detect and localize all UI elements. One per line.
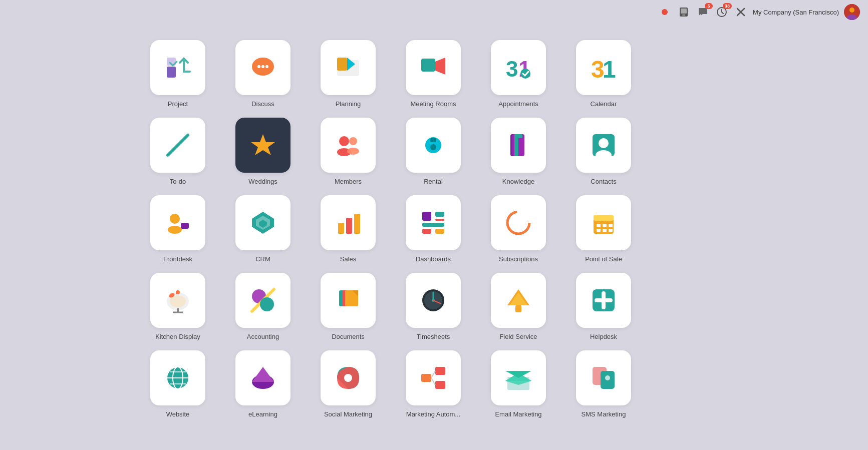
app-label-discuss: Discuss	[251, 100, 274, 108]
app-icon-field-service	[491, 273, 546, 328]
svg-rect-17	[337, 58, 347, 71]
svg-rect-101	[421, 374, 431, 382]
app-label-planning: Planning	[336, 100, 361, 108]
app-item-email-marketing[interactable]: Email Marketing	[481, 350, 556, 418]
svg-line-105	[431, 378, 435, 385]
app-label-social-marketing: Social Marketing	[324, 410, 372, 418]
app-label-sms-marketing: SMS Marketing	[582, 410, 626, 418]
app-item-elearning[interactable]: eLearning	[225, 350, 301, 418]
svg-text:1: 1	[603, 56, 616, 83]
app-item-accounting[interactable]: Accounting	[225, 273, 301, 340]
svg-rect-62	[609, 224, 613, 227]
svg-rect-86	[515, 305, 521, 312]
app-icon-calendar: 3 1	[576, 40, 631, 95]
app-icon-email-marketing	[491, 350, 546, 405]
svg-rect-61	[603, 224, 607, 227]
app-item-point-of-sale[interactable]: Point of Sale	[566, 195, 641, 263]
app-item-knowledge[interactable]: Knowledge	[481, 118, 556, 185]
app-item-planning[interactable]: Planning	[311, 40, 386, 108]
app-item-appointments[interactable]: 3 1 Appointments	[481, 40, 556, 108]
app-item-rental[interactable]: Rental	[396, 118, 471, 185]
app-icon-timesheets	[406, 273, 461, 328]
svg-marker-27	[251, 134, 275, 155]
company-name[interactable]: My Company (San Francisco)	[753, 9, 839, 16]
app-label-website: Website	[166, 410, 190, 418]
app-icon-rental	[406, 118, 461, 173]
app-item-documents[interactable]: Documents	[311, 273, 386, 340]
app-item-kitchen-display[interactable]: Kitchen Display	[140, 273, 215, 340]
svg-text:3: 3	[506, 57, 518, 81]
svg-point-40	[599, 138, 609, 148]
app-label-timesheets: Timesheets	[417, 333, 450, 340]
app-item-website[interactable]: Website	[140, 350, 215, 418]
app-label-email-marketing: Email Marketing	[495, 410, 541, 418]
app-item-contacts[interactable]: Contacts	[566, 118, 641, 185]
svg-point-30	[349, 137, 357, 145]
app-icon-subscriptions	[491, 195, 546, 250]
app-item-subscriptions[interactable]: Subscriptions	[481, 195, 556, 263]
app-item-field-service[interactable]: Field Service	[481, 273, 556, 340]
svg-rect-51	[422, 212, 431, 221]
svg-point-14	[261, 65, 264, 68]
app-item-members[interactable]: Members	[311, 118, 386, 185]
app-item-dashboards[interactable]: Dashboards	[396, 195, 471, 263]
app-item-weddings[interactable]: Weddings	[225, 118, 301, 185]
app-label-kitchen-display: Kitchen Display	[155, 333, 200, 340]
clock-icon[interactable]: 33	[715, 5, 729, 19]
app-item-discuss[interactable]: Discuss	[225, 40, 301, 108]
app-label-documents: Documents	[332, 333, 365, 340]
app-label-crm: CRM	[255, 255, 270, 263]
app-item-todo[interactable]: To-do	[140, 118, 215, 185]
app-icon-website	[150, 350, 205, 405]
svg-point-8	[849, 8, 854, 13]
svg-point-112	[605, 375, 610, 380]
app-label-project: Project	[168, 100, 188, 108]
svg-point-43	[168, 226, 182, 234]
svg-rect-10	[167, 67, 176, 78]
svg-rect-63	[597, 229, 601, 232]
app-icon-contacts	[576, 118, 631, 173]
app-item-meeting-rooms[interactable]: Meeting Rooms	[396, 40, 471, 108]
svg-point-69	[176, 290, 180, 294]
app-item-frontdesk[interactable]: Frontdesk	[140, 195, 215, 263]
user-avatar[interactable]	[844, 4, 860, 20]
phone-icon[interactable]	[677, 5, 691, 19]
app-label-appointments: Appointments	[498, 100, 538, 108]
svg-point-13	[257, 65, 260, 68]
app-item-marketing-autom[interactable]: Marketing Autom...	[396, 350, 471, 418]
app-label-subscriptions: Subscriptions	[499, 255, 538, 263]
app-icon-social-marketing	[321, 350, 376, 405]
app-icon-documents	[321, 273, 376, 328]
app-item-sales[interactable]: Sales	[311, 195, 386, 263]
svg-rect-53	[435, 219, 444, 221]
svg-marker-109	[505, 371, 531, 378]
app-item-calendar[interactable]: 3 1 Calendar	[566, 40, 641, 108]
svg-rect-54	[422, 223, 444, 227]
svg-point-41	[596, 150, 612, 160]
app-icon-marketing-autom	[406, 350, 461, 405]
svg-rect-48	[338, 223, 344, 234]
svg-point-15	[265, 65, 268, 68]
app-label-knowledge: Knowledge	[502, 178, 534, 185]
status-icon[interactable]	[658, 5, 672, 19]
close-icon[interactable]	[734, 5, 748, 19]
app-icon-point-of-sale	[576, 195, 631, 250]
app-icon-project	[150, 40, 205, 95]
app-item-sms-marketing[interactable]: SMS Marketing	[566, 350, 641, 418]
app-item-helpdesk[interactable]: Helpdesk	[566, 273, 641, 340]
svg-rect-2	[681, 9, 687, 14]
svg-rect-103	[435, 381, 445, 389]
app-label-point-of-sale: Point of Sale	[585, 255, 622, 263]
app-item-project[interactable]: Project	[140, 40, 215, 108]
app-item-crm[interactable]: CRM	[225, 195, 301, 263]
app-item-timesheets[interactable]: Timesheets	[396, 273, 471, 340]
svg-rect-3	[682, 15, 685, 16]
app-item-social-marketing[interactable]: Social Marketing	[311, 350, 386, 418]
app-label-weddings: Weddings	[248, 178, 277, 185]
svg-line-26	[168, 135, 188, 155]
app-icon-crm	[235, 195, 291, 250]
svg-rect-44	[181, 223, 189, 229]
app-label-elearning: eLearning	[248, 410, 277, 418]
app-icon-frontdesk	[150, 195, 205, 250]
chat-icon[interactable]: 5	[696, 5, 710, 19]
